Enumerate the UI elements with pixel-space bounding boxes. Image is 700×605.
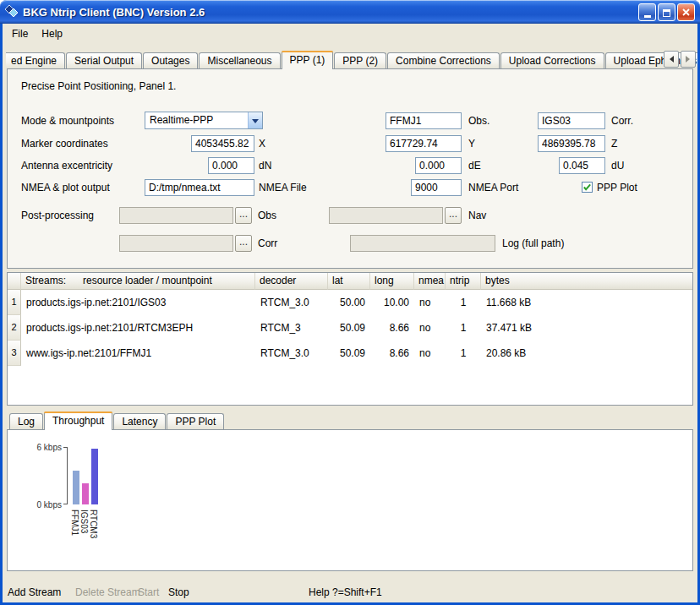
mountpoint-cell: products.igs-ip.net:2101/RTCM3EPH — [21, 315, 255, 341]
ntrip-column-header[interactable]: ntrip — [446, 273, 481, 290]
title-bar[interactable]: BKG Ntrip Client (BNC) Version 2.6 — [0, 0, 700, 24]
tab-outages[interactable]: Outages — [143, 52, 198, 68]
mode-combobox[interactable]: Realtime-PPP — [145, 112, 263, 129]
lat-cell: 50.09 — [328, 315, 370, 341]
close-button[interactable] — [677, 3, 695, 21]
bottom-tab-bar: Log Throughput Latency PPP Plot — [7, 411, 693, 429]
antenna-dn-field[interactable] — [208, 157, 254, 174]
bar-igs03 — [82, 483, 89, 504]
lat-cell: 50.09 — [328, 341, 370, 366]
ppp-panel-1: Precise Point Positioning, Panel 1. Mode… — [7, 68, 693, 269]
bytes-column-header[interactable]: bytes — [481, 273, 692, 290]
tab-combine-corrections[interactable]: Combine Corrections — [387, 52, 500, 68]
row-number-header: 1 — [8, 290, 21, 315]
nmea-file-field[interactable] — [145, 179, 254, 196]
mountpoint-cell: products.igs-ip.net:2101/IGS03 — [21, 290, 255, 315]
y-axis-tick-max: 6 kbps — [23, 443, 62, 452]
window-title: BKG Ntrip Client (BNC) Version 2.6 — [23, 6, 634, 19]
post-nav-label: Nav — [468, 207, 486, 224]
table-row[interactable]: 2 products.igs-ip.net:2101/RTCM3EPH RTCM… — [8, 315, 692, 341]
post-obs-field — [119, 207, 233, 224]
tab-scroll-left-button[interactable] — [664, 51, 679, 68]
tab-throughput[interactable]: Throughput — [44, 412, 112, 430]
long-column-header[interactable]: long — [370, 273, 414, 290]
corr-mountpoint-field[interactable] — [538, 112, 605, 129]
plot-area — [67, 447, 143, 504]
app-icon — [5, 4, 19, 20]
client-area: File Help ed Engine Serial Output Outage… — [3, 24, 697, 602]
nmea-column-header[interactable]: nmea — [414, 273, 446, 290]
streams-table-header: Streams: resource loader / mountpoint de… — [8, 273, 692, 290]
mode-combobox-value: Realtime-PPP — [145, 112, 248, 128]
table-row[interactable]: 3 www.igs-ip.net:2101/FFMJ1 RTCM_3.0 50.… — [8, 341, 692, 366]
marker-y-field[interactable] — [386, 135, 462, 152]
tab-ppp-plot[interactable]: PPP Plot — [167, 413, 224, 429]
tab-log[interactable]: Log — [9, 413, 43, 429]
post-log-label: Log (full path) — [502, 235, 564, 252]
decoder-cell: RTCM_3.0 — [255, 290, 328, 315]
x-axis-label-rtcm3: RTCM3 — [89, 510, 98, 538]
window-controls — [638, 3, 695, 21]
marker-x-field[interactable] — [191, 135, 254, 152]
main-tab-bar: ed Engine Serial Output Outages Miscella… — [3, 50, 697, 68]
tab-feed-engine[interactable]: ed Engine — [6, 52, 65, 68]
corr-label: Corr. — [611, 112, 633, 129]
browse-nav-button[interactable]: ... — [445, 207, 462, 224]
antenna-de-field[interactable] — [415, 157, 462, 174]
tab-upload-corrections[interactable]: Upload Corrections — [500, 52, 604, 68]
dn-label: dN — [259, 157, 271, 174]
mountpoint-cell: www.igs-ip.net:2101/FFMJ1 — [21, 341, 255, 366]
post-corr-label: Corr — [258, 235, 277, 252]
post-processing-label: Post-processing — [21, 207, 94, 224]
throughput-panel: 6 kbps 0 kbps FFMJ1 IGS03 RTCM3 — [7, 429, 693, 571]
nmea-port-field[interactable] — [411, 179, 462, 196]
marker-coordinates-label: Marker coordinates — [21, 135, 108, 152]
ppp-plot-checkbox[interactable] — [582, 182, 593, 193]
combobox-dropdown-button[interactable] — [248, 112, 262, 128]
mountpoint-column-header[interactable]: Streams: resource loader / mountpoint — [21, 273, 255, 290]
maximize-button[interactable] — [658, 3, 675, 21]
antenna-excentricity-label: Antenna excentricity — [21, 157, 112, 174]
browse-corr-button[interactable]: ... — [235, 235, 252, 252]
streams-header-label: Streams: — [25, 273, 66, 289]
nmea-cell: no — [414, 290, 446, 315]
x-axis-label-ffmj1: FFMJ1 — [70, 510, 79, 536]
z-label: Z — [611, 135, 617, 152]
bar-ffmj1 — [73, 471, 79, 504]
tab-ppp-2[interactable]: PPP (2) — [334, 52, 386, 68]
minimize-button[interactable] — [638, 3, 656, 21]
browse-obs-button[interactable]: ... — [235, 207, 252, 224]
menu-help[interactable]: Help — [35, 25, 69, 42]
ppp-plot-label: PPP Plot — [597, 179, 637, 196]
app-window: BKG Ntrip Client (BNC) Version 2.6 File … — [0, 0, 700, 605]
stop-button[interactable]: Stop — [168, 586, 189, 598]
tab-serial-output[interactable]: Serial Output — [66, 52, 142, 68]
menu-file[interactable]: File — [5, 25, 35, 42]
decoder-column-header[interactable]: decoder — [255, 273, 328, 290]
nmea-cell: no — [414, 315, 446, 341]
nmea-plot-output-label: NMEA & plot output — [21, 179, 110, 196]
ntrip-cell: 1 — [446, 341, 481, 366]
table-row[interactable]: 1 products.igs-ip.net:2101/IGS03 RTCM_3.… — [8, 290, 692, 315]
marker-z-field[interactable] — [538, 135, 605, 152]
x-axis-label-igs03: IGS03 — [79, 510, 89, 533]
nmea-file-label: NMEA File — [259, 179, 307, 196]
long-cell: 8.66 — [370, 341, 414, 366]
long-cell: 8.66 — [370, 315, 414, 341]
corner-header-cell — [8, 273, 21, 290]
nmea-port-label: NMEA Port — [468, 179, 518, 196]
tab-miscellaneous[interactable]: Miscellaneous — [199, 52, 280, 68]
add-stream-button[interactable]: Add Stream — [8, 586, 61, 598]
status-bar: Add Stream Delete Stream Start Stop Help… — [3, 583, 697, 602]
obs-mountpoint-field[interactable] — [386, 112, 462, 129]
y-label: Y — [468, 135, 475, 152]
tab-latency[interactable]: Latency — [113, 413, 166, 429]
tab-scroll-right-button[interactable] — [681, 51, 696, 68]
row-number-header: 3 — [8, 341, 21, 366]
y-axis-tick-zero: 0 kbps — [23, 500, 62, 510]
lat-column-header[interactable]: lat — [328, 273, 370, 290]
help-shortcut-label: Help ?=Shift+F1 — [309, 586, 382, 598]
antenna-du-field[interactable] — [559, 157, 605, 174]
tab-ppp-1[interactable]: PPP (1) — [282, 51, 334, 69]
de-label: dE — [468, 157, 481, 174]
